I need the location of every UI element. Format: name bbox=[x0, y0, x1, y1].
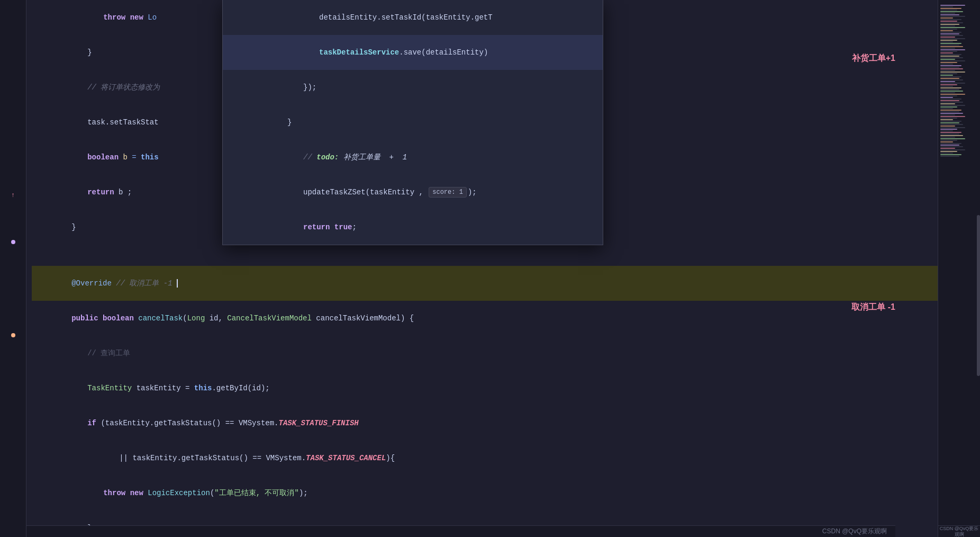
gutter-row bbox=[0, 201, 26, 213]
logo-area: CSDN @QvQ要乐观啊 bbox=[938, 525, 980, 537]
gutter-row bbox=[0, 99, 26, 110]
popup-code-text: }); bbox=[227, 70, 598, 105]
minimap-slider[interactable] bbox=[977, 215, 980, 376]
minimap: CSDN @QvQ要乐观啊 bbox=[938, 0, 980, 537]
arrow-icon: ↑ bbox=[11, 192, 15, 199]
code-line-throw: throw new LogicException("工单已结束, 不可取消"); bbox=[32, 476, 938, 511]
gutter-row bbox=[0, 213, 26, 225]
code-line-if: if (taskEntity.getTaskStatus() == VMSyst… bbox=[32, 406, 938, 441]
gutter-row bbox=[0, 283, 26, 294]
gutter-row bbox=[0, 259, 26, 271]
gutter-row bbox=[0, 52, 26, 64]
gutter-icons: ↑ bbox=[0, 0, 26, 364]
code-line-comment: // 查询工单 bbox=[32, 336, 938, 371]
gutter-row bbox=[0, 40, 26, 52]
gutter-row bbox=[0, 225, 26, 236]
code-text: throw new LogicException("工单已结束, 不可取消"); bbox=[36, 476, 933, 511]
code-line-task-entity: TaskEntity taskEntity = this.getById(id)… bbox=[32, 371, 938, 406]
gutter-row bbox=[0, 5, 26, 17]
popup-line-todo: // todo: 补货工单量 + 1 bbox=[223, 140, 603, 175]
gutter-row bbox=[0, 17, 26, 29]
gutter-row bbox=[0, 294, 26, 306]
code-line-cancel-task: public boolean cancelTask(Long id, Cance… bbox=[32, 301, 938, 336]
popup-code-text: return true; bbox=[227, 210, 598, 245]
popup-code-text: taskDetailsService.save(detailsEntity) bbox=[227, 35, 598, 70]
code-line-override: @Override // 取消工单 -1 bbox=[32, 266, 938, 301]
gutter-row bbox=[0, 122, 26, 133]
editor-container: ↑ bbox=[0, 0, 980, 537]
popup-code-text: } bbox=[227, 105, 598, 140]
gutter-row bbox=[0, 157, 26, 168]
gutter-row-arrow: ↑ bbox=[0, 190, 26, 201]
popup-code-text: // todo: 补货工单量 + 1 bbox=[227, 140, 598, 175]
code-text: // 查询工单 bbox=[36, 336, 933, 371]
gutter-row bbox=[0, 318, 26, 329]
minimap-content bbox=[938, 0, 980, 537]
gutter-row bbox=[0, 75, 26, 87]
code-popup: detailsEntity.setTaskId(taskEntity.getT … bbox=[222, 0, 603, 245]
annotation-bottom: 取消工单 -1 bbox=[851, 302, 895, 313]
gutter-row bbox=[0, 271, 26, 283]
gutter-row bbox=[0, 29, 26, 40]
code-line-or: || taskEntity.getTaskStatus() == VMSyste… bbox=[32, 441, 938, 476]
gutter-row bbox=[0, 248, 26, 259]
popup-code-text: updateTaskZSet(taskEntity , score: 1); bbox=[227, 175, 598, 210]
gutter-row bbox=[0, 87, 26, 99]
score-badge-plus1: score: 1 bbox=[429, 187, 467, 198]
popup-code-text: detailsEntity.setTaskId(taskEntity.getT bbox=[227, 0, 598, 35]
status-bar: CSDN @QvQ要乐观啊 bbox=[26, 525, 895, 537]
annotation-bottom-text: 取消工单 -1 bbox=[851, 302, 895, 311]
code-text: if (taskEntity.getTaskStatus() == VMSyst… bbox=[36, 406, 933, 441]
breakpoint-dot-orange bbox=[11, 333, 15, 337]
annotation-top-text: 补货工单+1 bbox=[852, 53, 895, 62]
popup-line-highlight: taskDetailsService.save(detailsEntity) bbox=[223, 35, 603, 70]
code-text: TaskEntity taskEntity = this.getById(id)… bbox=[36, 371, 933, 406]
logo-text: CSDN @QvQ要乐观啊 bbox=[938, 526, 980, 537]
gutter-row bbox=[0, 341, 26, 353]
gutter-row-dot bbox=[0, 236, 26, 248]
popup-line: detailsEntity.setTaskId(taskEntity.getT bbox=[223, 0, 603, 35]
code-text: @Override // 取消工单 -1 bbox=[36, 266, 933, 301]
popup-line: return true; bbox=[223, 210, 603, 245]
code-text: public boolean cancelTask(Long id, Cance… bbox=[36, 301, 933, 336]
gutter-row bbox=[0, 145, 26, 157]
editor-gutter: ↑ bbox=[0, 0, 26, 537]
popup-line: }); bbox=[223, 70, 603, 105]
bottom-bar-text: CSDN @QvQ要乐观啊 bbox=[822, 527, 887, 536]
code-editor[interactable]: throw new Lo } // 将订单状态修改为 task.setTaskS… bbox=[26, 0, 938, 537]
breakpoint-dot bbox=[11, 240, 15, 244]
popup-line: } bbox=[223, 105, 603, 140]
spacer bbox=[26, 245, 938, 266]
gutter-row bbox=[0, 353, 26, 364]
gutter-row-dot-orange bbox=[0, 329, 26, 341]
gutter-row bbox=[0, 64, 26, 75]
gutter-row bbox=[0, 168, 26, 190]
popup-line: updateTaskZSet(taskEntity , score: 1); bbox=[223, 175, 603, 210]
gutter-row bbox=[0, 110, 26, 122]
gutter-row bbox=[0, 306, 26, 318]
annotation-top: 补货工单+1 bbox=[852, 53, 895, 64]
code-text: || taskEntity.getTaskStatus() == VMSyste… bbox=[36, 441, 933, 476]
gutter-row bbox=[0, 133, 26, 145]
